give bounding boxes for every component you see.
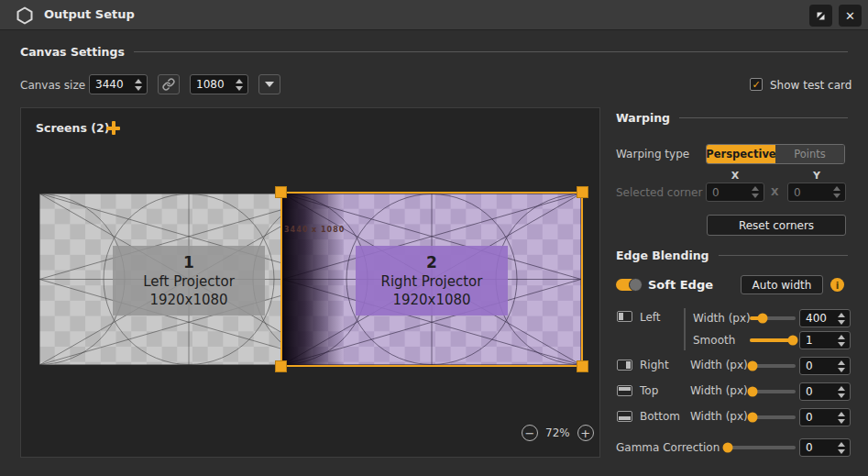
link-dimensions-button[interactable]: [158, 74, 180, 94]
corner-handle-top-left[interactable]: [275, 186, 287, 198]
right-width-input[interactable]: 0: [799, 357, 851, 375]
zoom-out-icon: −: [525, 427, 535, 439]
warping-type-toggle: Perspective Points: [706, 144, 845, 164]
right-edge-label: Right: [640, 359, 669, 371]
bottom-width-slider[interactable]: [750, 412, 796, 423]
maximize-icon: [814, 9, 828, 23]
smooth-input[interactable]: 1: [799, 331, 851, 349]
right-width-slider[interactable]: [750, 360, 796, 371]
show-test-card-label: Show test card: [770, 79, 852, 92]
corner-x-value: 0: [707, 186, 751, 199]
zoom-in-button[interactable]: +: [577, 425, 594, 441]
spinner-up-icon[interactable]: [236, 79, 243, 83]
bottom-edge-label: Bottom: [640, 410, 680, 423]
spinner-down-icon[interactable]: [838, 342, 845, 347]
canvas-size-preset-dropdown[interactable]: [258, 74, 280, 94]
bottom-width-input[interactable]: 0: [799, 408, 851, 426]
spinner-up-icon[interactable]: [752, 186, 759, 191]
spinner-down-icon[interactable]: [135, 86, 142, 91]
zoom-controls: − 72% +: [522, 425, 594, 441]
slider-handle[interactable]: [748, 361, 758, 371]
warping-type-points[interactable]: Points: [775, 145, 844, 163]
info-glyph: i: [836, 280, 840, 291]
screen-2-test-card-label: 2 Right Projector 1920x1080: [356, 246, 508, 315]
edge-blending-heading: Edge Blending: [616, 249, 848, 262]
edge-blending-title: Edge Blending: [616, 249, 709, 262]
top-width-value: 0: [800, 385, 837, 398]
screen-number: 2: [426, 252, 437, 272]
slider-handle[interactable]: [748, 413, 758, 423]
top-width-label: Width (px): [690, 384, 748, 397]
canvas-height-input[interactable]: 1080: [190, 74, 248, 94]
titlebar: Output Setup ✕: [0, 0, 868, 30]
slider-handle[interactable]: [788, 336, 798, 346]
spinner-down-icon[interactable]: [838, 393, 845, 398]
spinner-up-icon[interactable]: [135, 79, 142, 83]
bottom-width-label: Width (px): [690, 410, 748, 423]
zoom-out-button[interactable]: −: [522, 425, 538, 441]
spinner-down-icon[interactable]: [752, 194, 759, 198]
slider-handle[interactable]: [748, 387, 758, 397]
auto-width-button[interactable]: Auto width: [741, 275, 823, 294]
spinner-down-icon[interactable]: [838, 320, 845, 325]
screen-name: Right Projector: [381, 272, 483, 291]
spinner-up-icon[interactable]: [838, 412, 845, 416]
slider-handle[interactable]: [758, 314, 768, 324]
warping-type-perspective[interactable]: Perspective: [707, 145, 775, 163]
corner-handle-bottom-right[interactable]: [577, 360, 588, 372]
gamma-correction-label: Gamma Correction: [616, 441, 720, 454]
spinner-up-icon[interactable]: [833, 186, 841, 191]
smooth-slider[interactable]: [750, 335, 796, 346]
gamma-input[interactable]: 0: [799, 438, 851, 457]
chevron-down-icon: [265, 82, 274, 87]
spinner-down-icon[interactable]: [833, 194, 841, 198]
spinner-up-icon[interactable]: [838, 386, 845, 391]
right-edge-icon: [617, 360, 632, 371]
canvas-width-value: 3440: [90, 78, 134, 91]
group-separator: [684, 308, 686, 350]
spinner-up-icon[interactable]: [838, 335, 845, 339]
top-width-slider[interactable]: [750, 386, 796, 397]
slider-handle[interactable]: [722, 443, 732, 453]
add-screen-button[interactable]: [106, 121, 120, 135]
canvas-width-input[interactable]: 3440: [89, 74, 148, 94]
spinner-up-icon[interactable]: [838, 442, 845, 447]
spinner-down-icon[interactable]: [838, 449, 845, 454]
canvas-size-label: Canvas size: [20, 79, 85, 92]
corner-x-input[interactable]: 0: [706, 183, 764, 202]
app-logo-hexagon-icon: [16, 6, 33, 25]
top-edge-label: Top: [640, 384, 658, 397]
corner-handle-bottom-left[interactable]: [275, 360, 287, 372]
spinner-up-icon[interactable]: [838, 313, 845, 317]
left-width-slider[interactable]: [750, 313, 796, 324]
screen-1-test-card-label: 1 Left Projector 1920x1080: [113, 246, 265, 315]
left-width-label: Width (px): [693, 312, 751, 325]
heading-rule: [719, 255, 848, 256]
close-button[interactable]: ✕: [839, 5, 862, 27]
gamma-value: 0: [800, 441, 837, 454]
corner-y-input[interactable]: 0: [787, 183, 846, 202]
spinner-down-icon[interactable]: [236, 86, 243, 91]
link-icon: [162, 78, 175, 91]
bottom-width-value: 0: [800, 411, 837, 424]
right-width-value: 0: [800, 360, 837, 372]
top-width-input[interactable]: 0: [799, 382, 851, 401]
canvas-preview-panel[interactable]: Screens (2) 1 Left Projector 1920x1080: [20, 107, 600, 458]
screen-name: Left Projector: [143, 272, 235, 291]
corner-x-axis-label: X: [706, 170, 764, 182]
soft-edge-toggle[interactable]: [616, 279, 642, 291]
spinner-down-icon[interactable]: [838, 368, 845, 372]
info-icon[interactable]: i: [830, 278, 844, 292]
screen-2-right-projector[interactable]: 2 Right Projector 1920x1080 3440 x 1080: [282, 194, 581, 365]
show-test-card-checkbox[interactable]: ✓: [750, 78, 763, 91]
corner-handle-top-right[interactable]: [577, 186, 588, 198]
smooth-value: 1: [800, 334, 837, 347]
reset-corners-button[interactable]: Reset corners: [707, 215, 846, 236]
spinner-up-icon[interactable]: [838, 360, 845, 365]
left-width-input[interactable]: 400: [799, 309, 851, 327]
maximize-button[interactable]: [809, 5, 832, 27]
corner-y-value: 0: [788, 186, 832, 199]
gamma-slider[interactable]: [724, 442, 796, 453]
spinner-down-icon[interactable]: [838, 419, 845, 424]
left-width-value: 400: [800, 312, 837, 325]
